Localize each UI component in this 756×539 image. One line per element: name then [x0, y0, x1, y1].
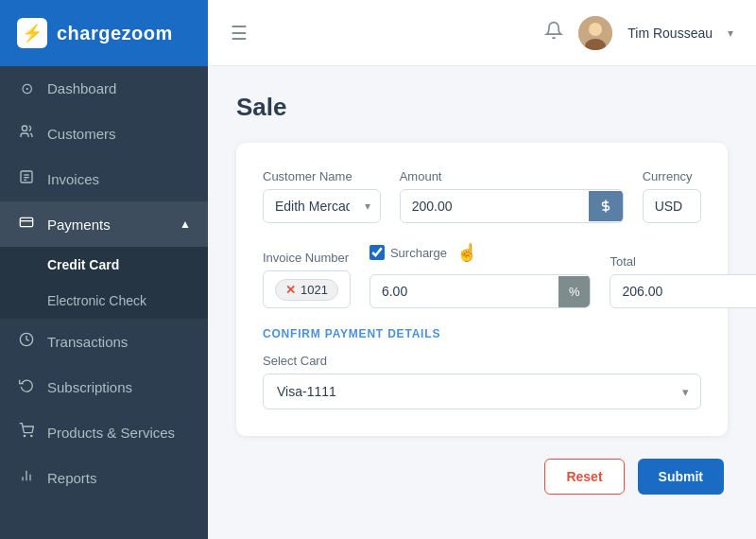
- sidebar-item-products-label: Products & Services: [47, 425, 175, 441]
- header: ☰ Tim Rousseau ▾: [208, 0, 756, 66]
- sidebar-item-subscriptions[interactable]: Subscriptions: [0, 364, 208, 409]
- surcharge-percent-btn[interactable]: %: [558, 276, 591, 307]
- invoice-tag-value: 1021: [301, 283, 328, 297]
- notification-bell-icon[interactable]: [544, 21, 563, 44]
- total-label: Total: [610, 254, 756, 269]
- sidebar-item-reports[interactable]: Reports: [0, 455, 208, 500]
- sidebar-item-invoices-label: Invoices: [47, 171, 99, 187]
- avatar: [578, 16, 612, 50]
- reports-icon: [17, 468, 36, 487]
- sidebar-item-payments[interactable]: Payments ▲: [0, 201, 208, 247]
- sidebar-item-customers-label: Customers: [47, 126, 116, 142]
- select-card-label: Select Card: [263, 354, 701, 368]
- customers-icon: [17, 124, 36, 143]
- sidebar-item-dashboard[interactable]: ⊙ Dashboard: [0, 66, 208, 111]
- svg-point-8: [24, 435, 25, 436]
- sidebar-item-electronic-check[interactable]: Electronic Check: [0, 283, 208, 319]
- sidebar-item-subscriptions-label: Subscriptions: [47, 379, 132, 395]
- credit-card-label: Credit Card: [47, 257, 119, 272]
- electronic-check-label: Electronic Check: [47, 293, 146, 308]
- invoices-icon: [17, 169, 36, 188]
- sidebar-item-products[interactable]: Products & Services: [0, 409, 208, 455]
- sale-form-card: Customer Name Edith MercadoJohn SmithJan…: [236, 143, 728, 436]
- sidebar-item-payments-label: Payments: [47, 217, 111, 233]
- amount-group: Amount: [400, 169, 624, 223]
- invoice-tag: ✕ 1021: [275, 279, 338, 301]
- amount-input[interactable]: [401, 190, 589, 222]
- invoice-number-group: Invoice Number ✕ 1021: [263, 251, 351, 308]
- user-dropdown-arrow-icon[interactable]: ▾: [728, 26, 733, 40]
- page-content: Sale Customer Name Edith MercadoJohn Smi…: [208, 66, 756, 539]
- total-input[interactable]: [610, 275, 756, 307]
- sidebar: ⚡ chargezoom ⊙ Dashboard Customers Invoi…: [0, 0, 208, 539]
- hamburger-icon[interactable]: ☰: [231, 22, 248, 44]
- surcharge-label: Surcharge: [390, 246, 447, 260]
- currency-group: Currency: [643, 169, 701, 223]
- sidebar-item-transactions-label: Transactions: [47, 334, 128, 350]
- invoice-tag-wrapper[interactable]: ✕ 1021: [263, 270, 351, 308]
- form-row-1: Customer Name Edith MercadoJohn SmithJan…: [263, 169, 701, 223]
- invoice-number-label: Invoice Number: [263, 251, 351, 265]
- svg-point-0: [22, 126, 26, 130]
- dashboard-icon: ⊙: [17, 79, 36, 97]
- main-area: ☰ Tim Rousseau ▾ Sale Customer Name Edit…: [208, 0, 756, 539]
- sidebar-item-customers[interactable]: Customers: [0, 111, 208, 156]
- percent-icon: %: [569, 285, 580, 299]
- amount-icon-btn[interactable]: [589, 191, 623, 221]
- svg-rect-5: [20, 217, 32, 226]
- surcharge-input-wrapper: %: [369, 274, 592, 308]
- sidebar-item-invoices[interactable]: Invoices: [0, 156, 208, 201]
- cursor-hand-icon: ☝: [456, 242, 477, 263]
- reset-button[interactable]: Reset: [544, 459, 624, 495]
- user-name: Tim Rousseau: [627, 26, 713, 41]
- payments-arrow-icon: ▲: [180, 217, 191, 231]
- submit-button[interactable]: Submit: [638, 459, 724, 495]
- svg-point-14: [589, 23, 602, 36]
- logo-icon: ⚡: [17, 18, 47, 48]
- sidebar-item-transactions[interactable]: Transactions: [0, 319, 208, 364]
- surcharge-group: Surcharge ☝ %: [369, 242, 592, 308]
- sidebar-item-dashboard-label: Dashboard: [47, 80, 116, 96]
- surcharge-label-row: Surcharge ☝: [369, 242, 592, 263]
- surcharge-checkbox[interactable]: [369, 245, 385, 260]
- customer-name-label: Customer Name: [263, 169, 381, 183]
- customer-name-group: Customer Name Edith MercadoJohn SmithJan…: [263, 169, 381, 223]
- customer-name-select-wrapper: Edith MercadoJohn SmithJane Doe ▾: [263, 189, 381, 223]
- surcharge-input[interactable]: [370, 275, 558, 307]
- confirm-section-title: CONFIRM PAYMENT DETAILS: [263, 327, 701, 340]
- logo-text: chargezoom: [57, 23, 173, 44]
- transactions-icon: [17, 332, 36, 351]
- sidebar-item-credit-card[interactable]: Credit Card: [0, 247, 208, 283]
- payments-submenu: Credit Card Electronic Check: [0, 247, 208, 319]
- customer-name-select[interactable]: Edith MercadoJohn SmithJane Doe: [264, 190, 380, 222]
- amount-input-wrapper: [400, 189, 624, 223]
- form-row-2: Invoice Number ✕ 1021 Surcharge ☝: [263, 242, 701, 308]
- svg-point-9: [31, 435, 32, 436]
- select-card-group: Select Card Visa-1111Mastercard-2222Amex…: [263, 354, 701, 409]
- products-icon: [17, 423, 36, 442]
- currency-label: Currency: [643, 169, 701, 183]
- total-input-wrapper: [610, 274, 756, 308]
- sidebar-nav: ⊙ Dashboard Customers Invoices Payments …: [0, 66, 208, 500]
- form-footer: Reset Submit: [236, 459, 728, 495]
- invoice-tag-close-icon[interactable]: ✕: [285, 283, 296, 297]
- page-title: Sale: [236, 93, 728, 122]
- total-group: Total: [610, 254, 756, 308]
- payments-icon: [17, 215, 36, 234]
- subscriptions-icon: [17, 377, 36, 396]
- card-select[interactable]: Visa-1111Mastercard-2222Amex-3333: [264, 374, 700, 409]
- sidebar-item-reports-label: Reports: [47, 470, 97, 486]
- amount-label: Amount: [400, 169, 624, 183]
- currency-input[interactable]: [643, 189, 701, 223]
- logo[interactable]: ⚡ chargezoom: [0, 0, 208, 66]
- card-select-wrapper: Visa-1111Mastercard-2222Amex-3333 ▾: [263, 374, 701, 409]
